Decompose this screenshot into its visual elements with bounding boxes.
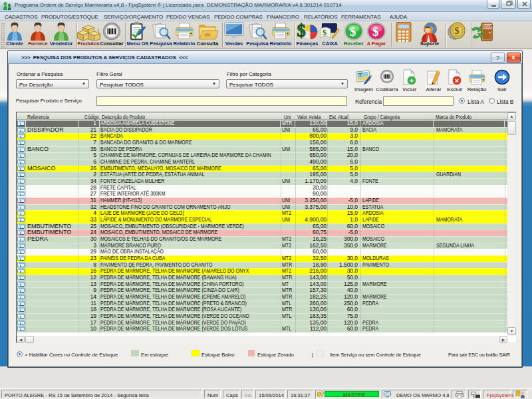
svg-text:+: + bbox=[410, 76, 414, 84]
svg-text:$: $ bbox=[454, 25, 460, 36]
svg-text:$: $ bbox=[297, 22, 306, 41]
svg-text:×: × bbox=[455, 76, 459, 84]
svg-text:EXIT: EXIT bbox=[484, 25, 493, 29]
svg-text:$: $ bbox=[350, 25, 356, 39]
svg-text:$: $ bbox=[372, 25, 378, 39]
svg-text:$: $ bbox=[323, 28, 327, 37]
